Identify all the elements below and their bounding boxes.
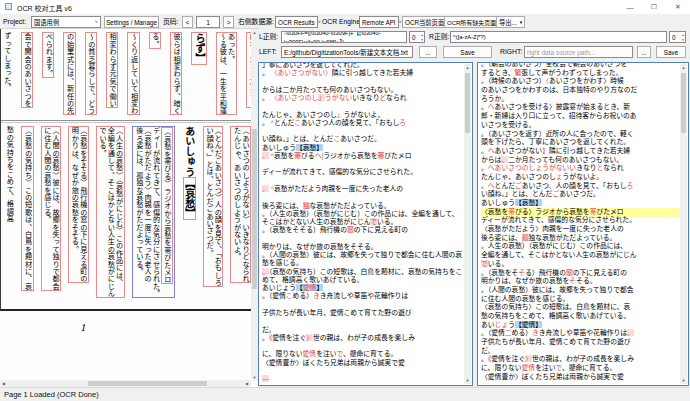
right-text-editor[interactable]: 。（朝会のあいさつ）全校会で朝会のあいさつをするとき、緊張して声がうわずってしま… xyxy=(477,62,689,386)
minimize-button[interactable]: — xyxy=(618,0,642,14)
right-browse-button[interactable]: ... xyxy=(637,46,651,58)
scan-text-column: 明かりは、なぜか旅の哀愁をそそる。 xyxy=(70,127,78,253)
mid-panel-vscrollbar[interactable]: ▲ ▼ xyxy=(464,64,471,384)
scroll-up-icon[interactable]: ▲ xyxy=(680,64,687,71)
scan-text-column: 彼らは相変わらず、暗く xyxy=(172,33,180,114)
scan-entry: 愁の気持ちをこめて、格調高 xyxy=(4,126,14,222)
scroll-down-icon[interactable]: ▼ xyxy=(680,377,687,384)
page-input[interactable]: 1 xyxy=(196,16,220,28)
text-line: あいしゅう【哀愁】 xyxy=(481,199,680,208)
left-path-label: LEFT: xyxy=(259,46,277,58)
text-line xyxy=(262,301,464,309)
text-line: い顔ね。」とは、とんだこあいさつだ。 xyxy=(262,135,464,143)
text-line: 愁を感じる。 xyxy=(262,259,464,267)
left-offset-spinner[interactable]: 0▴▾ xyxy=(409,31,425,43)
right-source-label: 右侧数据源: xyxy=(238,16,274,28)
text-line: 。ヘとんだごあいさつ、人の顔を見て、「おもしろ xyxy=(481,182,680,191)
scroll-down-icon[interactable]: ▼ xyxy=(464,377,471,384)
maximize-button[interactable]: ☐ xyxy=(642,0,666,14)
text-line: 明かりは、なぜか旅の哀愁をそそる。 xyxy=(262,243,464,251)
scan-image-panel[interactable]: になったときだろう。あった。〜る彼は、一生を平和運らず】彼らは相変わらず、暗くる… xyxy=(0,28,258,387)
engine-select[interactable]: Remote API˅ xyxy=(359,16,399,28)
ocr-current-button[interactable]: OCR当前页面 xyxy=(402,16,447,28)
close-button[interactable]: ✕ xyxy=(666,0,690,14)
scan-entry: 〈人生の哀愁〉〈哀愁がにじむ〉この作品には、全編を通して、そこはかとない人生の哀… xyxy=(96,126,125,298)
scan-entry: 〈哀愁を帯びる〉ラジオから哀愁を帯びたメロ xyxy=(161,127,173,284)
left-panel-hscrollbar[interactable]: ◀ ▶ xyxy=(0,380,251,387)
scan-entry: べられます。 xyxy=(42,32,54,78)
scan-text-column: 愁の気持ちをこめて、格調高 xyxy=(5,126,13,222)
settings-manage-button[interactable]: Settings / Manage xyxy=(104,16,159,28)
next-page-button[interactable]: > xyxy=(223,16,234,28)
right-save-button[interactable]: Save xyxy=(656,46,686,58)
scan-entry: 〜くり返していて相変わ xyxy=(127,32,139,115)
text-line: 。人生の哀愁）（哀愁がにじむ）この作品には、 xyxy=(481,242,680,251)
scan-entry: 彼らは相変わらず、暗く xyxy=(170,32,182,115)
page-left-edge-line xyxy=(0,29,1,310)
chevron-down-icon: ˅ xyxy=(396,19,402,25)
text-line: でいる。 xyxy=(481,260,680,269)
text-line: 。 ^哀愁がただよう肉親を一度に失った老人の xyxy=(262,185,464,193)
scan-entry: 〈哀愁を帯びる〉ラジオから哀愁を帯びたメロディーが流れてきて、感傷的な気分にさせ… xyxy=(132,126,175,298)
text-line: めて、格調高く歌いあげている。 xyxy=(262,276,464,284)
scan-entry: ディーが流れてきて、感傷的な気分にさせられた。〈哀愁がただよう〉肉親を一度に失っ… xyxy=(134,127,161,297)
scan-entry: 〈とんだごあいさつ〉人の顔を見て、「おもしろい顔ね。」とは、とんだごあいさつだ。 xyxy=(203,126,224,287)
left-text-editor[interactable]: 」寧にあいさつを返してくれた。。 〈あいさつがない〉隣に引っ越してきた若夫婦から… xyxy=(258,62,473,386)
text-line: 。 〈あいさつがない〉隣に引っ越してきた若夫婦 xyxy=(262,69,464,77)
scroll-up-icon[interactable]: ▲ xyxy=(251,29,258,36)
scan-entry: 〜の貧乏暮らしで、どう xyxy=(85,32,97,115)
scanned-page: になったときだろう。あった。〜る彼は、一生を平和運らず】彼らは相変わらず、暗くる… xyxy=(0,29,251,380)
text-line: 〈愛情豊か〉ぼくたち兄弟は両親から誠実で愛 xyxy=(481,373,680,382)
scroll-left-icon[interactable]: ◀ xyxy=(0,380,7,387)
scroll-down-icon[interactable]: ▼ xyxy=(251,374,258,381)
text-line: 。ヘあいさつがない】隣に引っ越してきた若夫婦 xyxy=(481,147,680,156)
text-line: のあいさつをかわすのは、日本独特のやり方なのだ xyxy=(481,86,680,95)
right-regex-input[interactable]: ^([a-zA-Z]*?) xyxy=(450,31,667,43)
right-path-input[interactable]: right data source path... xyxy=(524,46,633,58)
ocr-missing-button[interactable]: OCR所有缺失页面 xyxy=(444,16,499,28)
text-line: 明かりは、なぜか旅の哀愁をそそる。 xyxy=(481,277,680,286)
text-line xyxy=(262,78,464,86)
scan-entry: ずってしまった。 xyxy=(1,32,11,91)
left-path-input[interactable]: E:/github/DigitizationTools/新建文本文档.txt xyxy=(281,46,413,58)
prev-page-button[interactable]: < xyxy=(182,16,193,28)
text-line: 。〈愛情を注ぐ〉世の親は、わが子の成長を楽しみ xyxy=(481,355,680,364)
text-line: 。（哀愁をそそる）飛行機の窓の下に見える町の xyxy=(481,269,680,278)
left-browse-button[interactable]: ... xyxy=(419,46,437,58)
spinner-arrows-icon[interactable]: ▴▾ xyxy=(421,33,423,43)
text-line: 。 ^哀愁を帯びるヘ|ラジオから哀愁を帯びたメロ xyxy=(262,152,464,160)
right-panel-vscrollbar[interactable]: ▲ ▼ xyxy=(680,64,687,384)
spinner-arrows-icon[interactable]: ▴▾ xyxy=(682,33,684,43)
left-panel-vscrollbar[interactable]: ▲ ▼ xyxy=(251,29,258,381)
text-line: ディーが流れてきて、感傷的な気分にさせられた。 xyxy=(262,168,464,176)
right-regex-label: R正则: xyxy=(429,31,449,43)
status-bar: Page 1 Loaded (OCR Done) xyxy=(0,387,690,401)
text-line: 〈哀愁がただよう〉肉親を一度に失った老人の xyxy=(481,225,680,234)
scan-entry: 〈人間の哀愁〉彼には、故郷を失って独りで都会に住む人間の哀愁を感じる。 xyxy=(41,126,62,291)
left-regex-input[interactable]: -\u30FF=|[\u3040-\u309F]+【[\u3040-\u309F… xyxy=(281,31,407,43)
text-line: 。（哀愁の気持ち）この短歌は、白鳥を題材に、哀愁の気持ちをこ xyxy=(262,268,464,276)
text-line: 〈愛情豊か〉ぼくたち兄弟は両親から誠実で愛 xyxy=(262,359,464,367)
export-button[interactable]: 导出...▾ xyxy=(496,16,525,28)
left-save-button[interactable]: Save xyxy=(443,46,492,58)
right-source-select[interactable]: OCR Results˅ xyxy=(275,16,318,28)
scan-text-column: に住む人間の哀愁を感じる。 xyxy=(43,127,51,223)
scan-text-column: あった。 xyxy=(226,33,234,63)
text-line: 。（愛情二める）きき舟流しや草笛や花輪作りは、 xyxy=(481,329,680,338)
text-line: 後ろ姿には、独な哀愁がただよっている。 xyxy=(262,202,464,210)
text-line: 〈哀愁の気持ち〉この短歌は、白鳥を題材に、哀 xyxy=(481,303,680,312)
scan-text-column: 後ろ姿には、孤独な哀愁がただよっている。 xyxy=(135,127,143,275)
scan-entry: 会で開会のあいさつを xyxy=(21,32,33,108)
text-line xyxy=(262,102,464,110)
text-line: に住む人間の哀愁を感じる。 xyxy=(481,295,680,304)
scan-text-column: る。 xyxy=(151,33,159,48)
scroll-up-icon[interactable]: ▲ xyxy=(464,64,471,71)
scan-entry: 〈あいさつのしようがない〉いきなりどなられたんじゃ、あいさつのしようがないよ。 xyxy=(230,126,251,283)
scroll-right-icon[interactable]: ▶ xyxy=(244,380,251,387)
project-select[interactable]: 国语用例˅ xyxy=(31,16,101,28)
app-icon xyxy=(5,3,12,10)
text-line: 全編を通して、そこはかとない人生の哀愁がにじん xyxy=(481,251,680,260)
text-line xyxy=(262,193,464,201)
scan-text-column: 〈あいさつのしようがない〉いきなりどなられ xyxy=(241,127,249,282)
right-offset-spinner[interactable]: 0▴▾ xyxy=(669,31,686,43)
